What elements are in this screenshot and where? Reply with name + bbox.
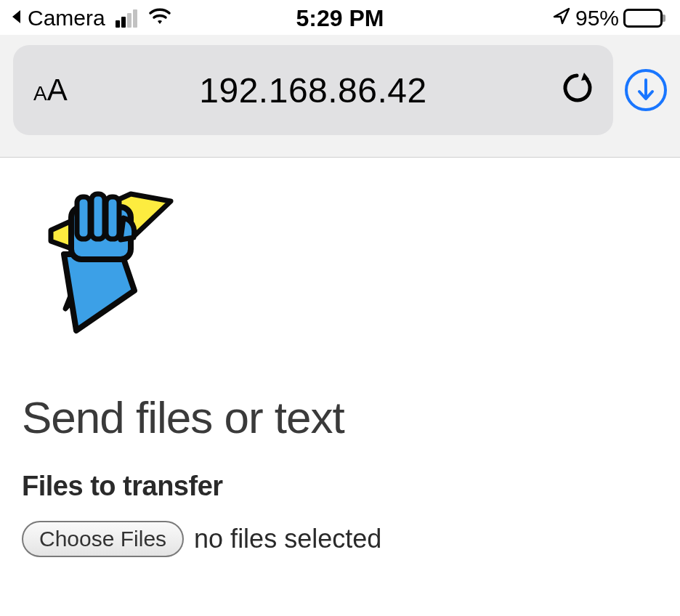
app-logo (44, 185, 658, 341)
battery-percent: 95% (575, 6, 619, 31)
back-app-label[interactable]: Camera (28, 6, 105, 31)
files-subheading: Files to transfer (22, 471, 658, 502)
svg-rect-3 (92, 194, 105, 239)
browser-toolbar: AA 192.168.86.42 (0, 35, 680, 158)
back-arrow-icon[interactable] (10, 9, 22, 28)
battery-icon (623, 9, 665, 28)
address-bar[interactable]: AA 192.168.86.42 (13, 45, 613, 135)
signal-bars-icon (116, 9, 137, 28)
text-size-button[interactable]: AA (33, 73, 68, 108)
status-bar-left: Camera (10, 6, 172, 31)
status-bar-right: 95% (552, 6, 665, 31)
page-content: Send files or text Files to transfer Cho… (0, 158, 680, 585)
status-bar: Camera 5:29 PM 95% (0, 0, 680, 35)
file-selection-status: no files selected (194, 524, 381, 554)
svg-rect-2 (77, 197, 90, 239)
file-input-row: Choose Files no files selected (22, 521, 658, 557)
download-arrow-icon (636, 78, 656, 102)
page-heading: Send files or text (22, 392, 658, 443)
choose-files-button[interactable]: Choose Files (22, 521, 184, 557)
svg-rect-4 (106, 197, 119, 239)
status-bar-time: 5:29 PM (296, 5, 384, 32)
downloads-button[interactable] (625, 69, 667, 111)
address-text[interactable]: 192.168.86.42 (199, 70, 426, 110)
reload-button[interactable] (561, 70, 593, 110)
fist-lightning-logo-icon (44, 185, 174, 338)
location-arrow-icon (552, 6, 571, 31)
wifi-icon (147, 6, 172, 31)
